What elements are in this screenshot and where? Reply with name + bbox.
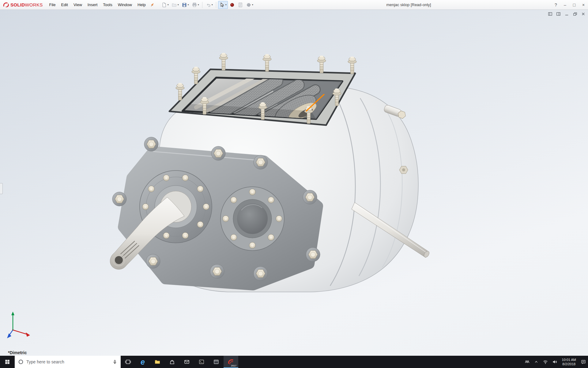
appearance-button[interactable]: [228, 1, 236, 9]
gear-icon: [246, 2, 251, 8]
minimize-button[interactable]: –: [560, 0, 570, 10]
taskbar-store[interactable]: [165, 356, 179, 368]
taskbar-app-window[interactable]: [209, 356, 224, 368]
graphics-area[interactable]: *Dimetric: [0, 10, 588, 356]
taskbar-clock[interactable]: 10:01 AM 8/2/2018: [559, 356, 579, 368]
brand-works: WORKS: [25, 2, 43, 7]
taskbar-mail[interactable]: [179, 356, 194, 368]
hidden-icons-button[interactable]: [532, 356, 541, 368]
ds-logo-icon: [2, 2, 9, 8]
search-input[interactable]: [26, 359, 110, 364]
doc-restore-button[interactable]: [573, 12, 577, 16]
undo-icon: [205, 2, 211, 8]
document-window-controls: [548, 12, 586, 16]
document-title: menjac sklop [Read-only]: [386, 2, 431, 7]
print-button[interactable]: ▾: [190, 1, 200, 9]
action-center-icon: [581, 359, 586, 365]
triad-x-axis: [26, 332, 30, 337]
select-cursor-icon: [219, 2, 225, 8]
taskbar-file-explorer[interactable]: [150, 356, 165, 368]
edge-icon: e: [141, 358, 145, 366]
chevron-up-icon: [534, 360, 538, 364]
shaft-center-hole: [115, 256, 123, 264]
triad-z-axis: [7, 333, 11, 338]
menu-tools[interactable]: Tools: [100, 1, 115, 8]
clock-time: 10:01 AM: [562, 358, 576, 362]
volume-button[interactable]: [550, 356, 559, 368]
solidworks-year-label: 2017: [231, 364, 236, 367]
app-titlebar: SOLIDWORKS File Edit View Insert Tools W…: [0, 0, 588, 10]
menu-insert[interactable]: Insert: [85, 1, 100, 8]
mail-icon: [184, 359, 190, 365]
reference-triad[interactable]: [7, 312, 30, 338]
start-button[interactable]: [0, 356, 15, 368]
file-explorer-icon: [154, 359, 161, 365]
brand-solid: SOLID: [10, 2, 25, 7]
store-icon: [169, 359, 175, 365]
microphone-icon[interactable]: [112, 359, 117, 365]
taskbar-edge[interactable]: e: [135, 356, 150, 368]
open-folder-icon: [172, 2, 177, 8]
speaker-icon: [552, 359, 557, 365]
menu-window[interactable]: Window: [115, 1, 135, 8]
network-button[interactable]: [541, 356, 550, 368]
file-properties-icon: [238, 2, 243, 8]
windows-taskbar: e 2: [0, 356, 588, 368]
doc-close-button[interactable]: [581, 12, 586, 16]
gearbox-model[interactable]: [0, 10, 588, 356]
maximize-button[interactable]: □: [570, 0, 579, 10]
save-button[interactable]: ▾: [180, 1, 190, 9]
menubar: File Edit View Insert Tools Window Help: [47, 1, 149, 8]
cortana-icon: [18, 359, 24, 365]
pin-icon: [150, 2, 155, 7]
system-tray: 10:01 AM 8/2/2018: [522, 356, 588, 368]
wifi-icon: [543, 359, 548, 365]
close-button[interactable]: ×: [579, 0, 588, 10]
appearance-sphere-icon: [229, 2, 235, 8]
menu-help[interactable]: Help: [135, 1, 149, 8]
undo-button[interactable]: ▾: [204, 1, 214, 9]
taskbar-search[interactable]: [15, 356, 121, 368]
panel-collapse-tab[interactable]: [0, 183, 3, 194]
options-button[interactable]: ▾: [245, 1, 254, 9]
taskbar-solidworks[interactable]: 2017: [224, 356, 238, 368]
open-button[interactable]: ▾: [170, 1, 180, 9]
action-center-button[interactable]: [579, 356, 588, 368]
task-view-button[interactable]: [121, 356, 135, 368]
solidworks-logo: SOLIDWORKS: [0, 2, 47, 8]
task-view-icon: [125, 359, 131, 365]
help-button[interactable]: ?: [551, 0, 560, 10]
new-document-button[interactable]: ▾: [160, 1, 170, 9]
view-orientation-label: *Dimetric: [8, 350, 27, 355]
menu-edit[interactable]: Edit: [58, 1, 70, 8]
app-window-icon: [213, 359, 219, 365]
taskbar-console[interactable]: [194, 356, 209, 368]
bearing-cover[interactable]: [221, 187, 284, 251]
people-icon: [524, 359, 530, 365]
standard-toolbar: ▾ ▾ ▾ ▾ ▾: [160, 1, 254, 9]
console-icon: [198, 359, 205, 365]
pane-left-button[interactable]: [548, 12, 552, 16]
clock-date: 8/2/2018: [562, 362, 576, 366]
triad-y-axis: [11, 312, 14, 315]
people-button[interactable]: [522, 356, 532, 368]
doc-minimize-button[interactable]: [564, 12, 569, 16]
file-properties-button[interactable]: [236, 1, 244, 9]
select-tool-button[interactable]: ▾: [218, 1, 228, 9]
new-document-icon: [161, 2, 167, 8]
window-controls: ? – □ ×: [551, 0, 588, 10]
menu-file[interactable]: File: [47, 1, 58, 8]
menu-view[interactable]: View: [71, 1, 85, 8]
pin-menu-button[interactable]: [150, 2, 155, 7]
save-icon: [182, 2, 187, 8]
print-icon: [192, 2, 197, 8]
pane-right-button[interactable]: [556, 12, 561, 16]
windows-logo-icon: [5, 359, 10, 365]
